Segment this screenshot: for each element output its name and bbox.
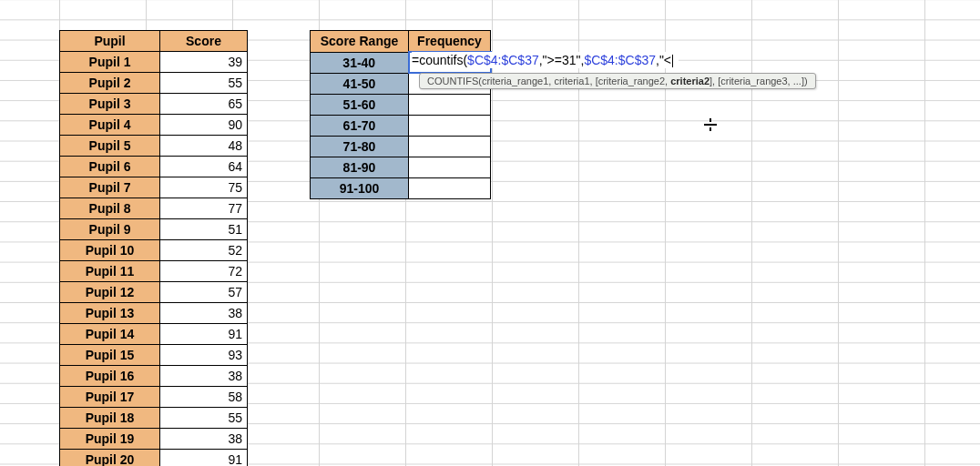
pupil-cell[interactable]: Pupil 14 <box>60 324 160 345</box>
frequency-cell[interactable] <box>409 94 491 115</box>
pupil-cell[interactable]: Pupil 9 <box>60 219 160 240</box>
table-row: Pupil 877 <box>60 198 248 219</box>
table-row: Pupil 1491 <box>60 324 248 345</box>
tooltip-seg: [criteria_range2, <box>596 76 671 86</box>
range-cell[interactable]: 31-40 <box>311 52 409 73</box>
range-cell[interactable]: 81-90 <box>311 157 409 177</box>
pupil-cell[interactable]: Pupil 2 <box>60 73 160 94</box>
pupil-cell[interactable]: Pupil 11 <box>60 261 160 282</box>
frequency-cell[interactable] <box>409 115 491 136</box>
pupil-table: Pupil Score Pupil 139Pupil 255Pupil 365P… <box>59 30 248 466</box>
formula-text: ,"< <box>656 53 671 67</box>
table-row: Pupil 1172 <box>60 261 248 282</box>
score-cell[interactable]: 38 <box>160 366 248 387</box>
formula-text: ,">=31", <box>539 53 585 67</box>
range-cell[interactable]: 61-70 <box>311 115 409 136</box>
pupil-cell[interactable]: Pupil 6 <box>60 157 160 177</box>
table-row: Pupil 548 <box>60 136 248 157</box>
table-row: Pupil 1593 <box>60 345 248 366</box>
table-row: 91-100 <box>311 177 491 198</box>
table-row: Pupil 951 <box>60 219 248 240</box>
pupil-cell[interactable]: Pupil 1 <box>60 52 160 73</box>
table-row: Pupil 255 <box>60 73 248 94</box>
table-row: 51-60 <box>311 94 491 115</box>
frequency-cell[interactable] <box>409 177 491 198</box>
table-row: Pupil 1338 <box>60 303 248 324</box>
pupil-cell[interactable]: Pupil 17 <box>60 387 160 408</box>
score-cell[interactable]: 64 <box>160 157 248 177</box>
range-cell[interactable]: 71-80 <box>311 136 409 157</box>
score-cell[interactable]: 75 <box>160 177 248 198</box>
pupil-cell[interactable]: Pupil 7 <box>60 177 160 198</box>
pupil-cell[interactable]: Pupil 20 <box>60 450 160 467</box>
score-cell[interactable]: 77 <box>160 198 248 219</box>
range-cell[interactable]: 41-50 <box>311 73 409 94</box>
score-header[interactable]: Score <box>160 31 248 52</box>
score-cell[interactable]: 39 <box>160 52 248 73</box>
formula-text: =countifs( <box>412 53 467 67</box>
formula-ref2: $C$4:$C$37 <box>584 53 656 67</box>
table-row: Pupil 1052 <box>60 240 248 261</box>
function-tooltip[interactable]: COUNTIFS(criteria_range1, criteria1, [cr… <box>419 73 816 89</box>
pupil-cell[interactable]: Pupil 13 <box>60 303 160 324</box>
pupil-cell[interactable]: Pupil 16 <box>60 366 160 387</box>
score-cell[interactable]: 38 <box>160 303 248 324</box>
table-row: Pupil 1638 <box>60 366 248 387</box>
table-row: 71-80 <box>311 136 491 157</box>
table-row: Pupil 1855 <box>60 408 248 429</box>
table-row: 81-90 <box>311 157 491 177</box>
score-cell[interactable]: 51 <box>160 219 248 240</box>
frequency-cell[interactable] <box>409 136 491 157</box>
tooltip-seg: ], [criteria_range3, ...]) <box>709 76 808 86</box>
pupil-cell[interactable]: Pupil 10 <box>60 240 160 261</box>
cell-cursor-icon <box>704 118 717 131</box>
score-cell[interactable]: 58 <box>160 387 248 408</box>
score-cell[interactable]: 90 <box>160 115 248 136</box>
score-cell[interactable]: 65 <box>160 94 248 115</box>
table-row: Pupil 1938 <box>60 429 248 450</box>
pupil-cell[interactable]: Pupil 8 <box>60 198 160 219</box>
table-row: Pupil 2091 <box>60 450 248 467</box>
table-row: 61-70 <box>311 115 491 136</box>
score-cell[interactable]: 55 <box>160 408 248 429</box>
tooltip-seg: criteria1, <box>554 76 595 86</box>
score-cell[interactable]: 91 <box>160 450 248 467</box>
pupil-cell[interactable]: Pupil 15 <box>60 345 160 366</box>
score-cell[interactable]: 91 <box>160 324 248 345</box>
pupil-cell[interactable]: Pupil 19 <box>60 429 160 450</box>
pupil-cell[interactable]: Pupil 5 <box>60 136 160 157</box>
table-row: Pupil 365 <box>60 94 248 115</box>
table-row: Pupil 775 <box>60 177 248 198</box>
formula-ref1: $C$4:$C$37 <box>467 53 539 67</box>
pupil-cell[interactable]: Pupil 4 <box>60 115 160 136</box>
pupil-header[interactable]: Pupil <box>60 31 160 52</box>
tooltip-fn: COUNTIFS <box>427 76 478 86</box>
pupil-cell[interactable]: Pupil 12 <box>60 282 160 303</box>
score-cell[interactable]: 72 <box>160 261 248 282</box>
table-row: Pupil 139 <box>60 52 248 73</box>
tooltip-seg: (criteria_range1, <box>478 76 554 86</box>
score-cell[interactable]: 55 <box>160 73 248 94</box>
score-cell[interactable]: 38 <box>160 429 248 450</box>
table-row: Pupil 1257 <box>60 282 248 303</box>
text-cursor <box>672 55 673 67</box>
pupil-cell[interactable]: Pupil 3 <box>60 94 160 115</box>
table-row: Pupil 490 <box>60 115 248 136</box>
range-cell[interactable]: 91-100 <box>311 177 409 198</box>
score-cell[interactable]: 52 <box>160 240 248 261</box>
range-cell[interactable]: 51-60 <box>311 94 409 115</box>
tooltip-current-arg: criteria2 <box>670 76 709 86</box>
formula-editor[interactable]: =countifs($C$4:$C$37,">=31",$C$4:$C$37,"… <box>412 52 679 68</box>
score-cell[interactable]: 57 <box>160 282 248 303</box>
table-row: Pupil 1758 <box>60 387 248 408</box>
score-cell[interactable]: 48 <box>160 136 248 157</box>
pupil-cell[interactable]: Pupil 18 <box>60 408 160 429</box>
freq-header[interactable]: Frequency <box>409 31 491 53</box>
range-header[interactable]: Score Range <box>311 31 409 53</box>
score-cell[interactable]: 93 <box>160 345 248 366</box>
frequency-cell[interactable] <box>409 157 491 177</box>
table-row: Pupil 664 <box>60 157 248 177</box>
